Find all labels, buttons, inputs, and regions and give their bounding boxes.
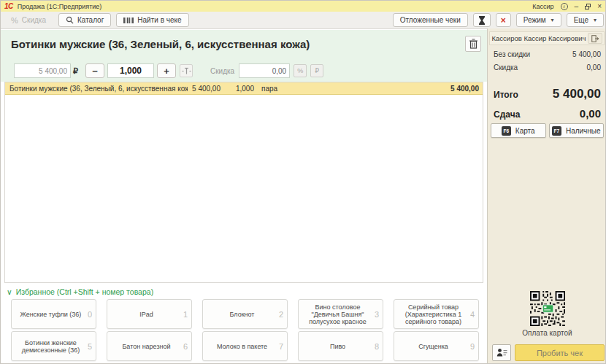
toolbar: % Скидка Каталог Найти в чеке Отложенные… [1, 12, 606, 29]
tile-hotkey: 1 [183, 310, 188, 319]
pos-window: 1С Продажа (1С:Предприятие) Кассир i – ×… [0, 0, 606, 364]
total-value: 5 400,00 [553, 87, 601, 101]
change-value: 0,00 [580, 107, 601, 120]
window-title: Продажа (1С:Предприятие) [18, 3, 102, 10]
tile-hotkey: 6 [183, 342, 188, 351]
titlebar-user-label: Кассир [532, 3, 553, 10]
favorite-tile[interactable]: Вино столовое "Девичья Башня" полусухое … [298, 299, 383, 329]
favorite-tile[interactable]: IPad1 [107, 299, 192, 329]
hourglass-icon [478, 16, 486, 25]
row-unit: пара [254, 85, 298, 93]
favorites-header[interactable]: ∨ Избранное (Ctrl +Shift + номер товара) [7, 287, 153, 296]
row-discount-field[interactable]: 0,00 [239, 63, 290, 78]
cashier-name: Кассиров Кассир Кассирович [490, 34, 588, 42]
defer-receipt-button[interactable] [473, 13, 491, 27]
row-quantity: 1,000 [220, 85, 254, 93]
quantity-plus-button[interactable]: + [157, 63, 176, 78]
catalog-button[interactable]: Каталог [58, 13, 111, 27]
tile-hotkey: 9 [470, 342, 475, 351]
card-icon [542, 305, 553, 312]
close-button[interactable]: × [597, 3, 602, 10]
no-discount-value: 5 400,00 [572, 50, 601, 58]
logout-icon [591, 35, 599, 42]
chevron-down-icon: ▾ [551, 17, 554, 23]
pay-card-button[interactable]: F6 Карта [491, 123, 546, 138]
no-discount-label: Без скидки [494, 50, 530, 58]
favorite-tile[interactable]: Батон нарезной6 [107, 331, 192, 361]
logout-button[interactable] [588, 33, 602, 44]
enter-quantity-icon[interactable] [180, 64, 193, 77]
pay-cash-button[interactable]: F7 Наличные [549, 123, 605, 138]
favorite-tile[interactable]: Женские туфли (36)0 [11, 299, 96, 329]
favorite-tile[interactable]: Сгущенка9 [394, 331, 479, 361]
current-item-title: Ботинки мужские (36, Зеленый, 6, искусст… [11, 38, 456, 50]
customer-icon [496, 348, 507, 357]
favorite-tile[interactable]: Пиво8 [298, 331, 383, 361]
change-label: Сдача [494, 109, 520, 120]
row-discount-label: Скидка [210, 67, 234, 75]
find-in-receipt-button[interactable]: Найти в чеке [116, 13, 188, 27]
restore-button[interactable] [585, 4, 591, 9]
more-menu-button[interactable]: Еще▾ [567, 13, 604, 27]
price-field[interactable]: 5 400,00 [14, 63, 71, 78]
collapse-chevron-icon[interactable]: ∨ [7, 287, 12, 296]
minimize-button[interactable]: – [575, 3, 579, 10]
payment-qr-code [488, 291, 606, 326]
quantity-minus-button[interactable]: − [85, 63, 104, 78]
discount-percent-button[interactable]: % [294, 64, 307, 77]
search-icon [66, 16, 74, 24]
discount-ruble-button[interactable]: ₽ [310, 64, 323, 77]
row-price: 5 400,00 [188, 85, 220, 93]
f6-key-badge: F6 [502, 126, 511, 136]
current-item-panel: Ботинки мужские (36, Зеленый, 6, искусст… [1, 30, 487, 82]
favorite-tile[interactable]: Ботинки женские демисезонные (36)5 [11, 331, 96, 361]
delete-row-button[interactable] [465, 36, 481, 52]
row-sum: 5 400,00 [298, 85, 483, 93]
qr-caption: Оплата картой [488, 329, 606, 337]
deferred-receipts-button[interactable]: Отложенные чеки [393, 13, 468, 27]
favorite-tile[interactable]: Молоко в пакете7 [202, 331, 288, 361]
barcode-icon [123, 17, 134, 24]
tile-hotkey: 5 [88, 342, 92, 351]
discount-toolbar-button: % Скидка [4, 13, 53, 27]
favorite-tile[interactable]: Блокнот2 [202, 299, 288, 329]
discount-value: 0,00 [587, 63, 601, 71]
discount-label: Скидка [494, 63, 518, 71]
receipt-row[interactable]: Ботинки мужские (36, Зеленый, 6, искусст… [5, 82, 483, 95]
info-icon[interactable]: i [561, 3, 568, 10]
trash-icon [469, 39, 478, 49]
chevron-down-icon: ▾ [594, 17, 597, 23]
total-label: Итого [494, 90, 518, 100]
tile-hotkey: 4 [470, 310, 475, 319]
tile-hotkey: 8 [375, 342, 379, 351]
price-currency-label: ₽ [73, 66, 78, 76]
select-customer-button[interactable] [492, 344, 511, 361]
receipt-list: Ботинки мужские (36, Зеленый, 6, искусст… [4, 82, 483, 283]
favorite-tile[interactable]: Серийный товар (Характеристика 1 серийно… [394, 299, 479, 329]
row-item-name: Ботинки мужские (36, Зеленый, 6, искусст… [5, 85, 188, 93]
tile-hotkey: 7 [279, 342, 283, 351]
favorites-grid: Женские туфли (36)0 IPad1 Блокнот2 Вино … [11, 299, 481, 361]
mode-menu-button[interactable]: Режим▾ [516, 13, 561, 27]
titlebar: 1С Продажа (1С:Предприятие) Кассир i – × [1, 1, 606, 12]
f7-key-badge: F7 [552, 126, 561, 136]
1c-logo-icon: 1С [4, 2, 13, 10]
payment-sidebar: Кассиров Кассир Кассирович Без скидки 5 … [487, 28, 606, 364]
checkout-button[interactable]: Пробить чек [515, 344, 605, 361]
tile-hotkey: 2 [279, 310, 283, 319]
quantity-field[interactable]: 1,000 [107, 63, 154, 78]
red-cross-icon: × [501, 16, 506, 25]
percent-icon: % [11, 16, 18, 25]
tile-hotkey: 0 [88, 310, 92, 319]
cashier-bar[interactable]: Кассиров Кассир Кассирович [489, 31, 605, 45]
cancel-receipt-button[interactable]: × [496, 13, 511, 27]
tile-hotkey: 3 [375, 310, 379, 319]
